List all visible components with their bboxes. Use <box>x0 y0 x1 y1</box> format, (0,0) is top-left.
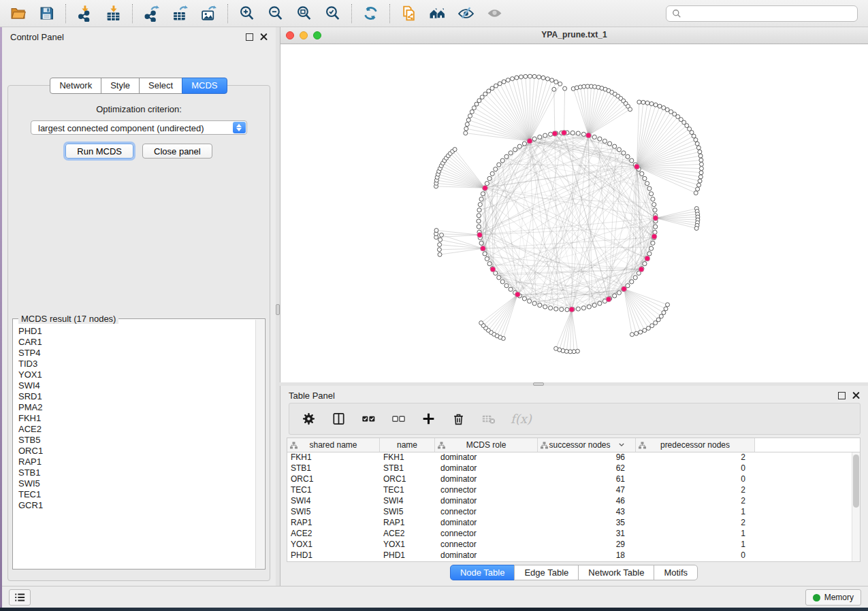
mcds-result-item: YOX1 <box>18 369 254 380</box>
cell-name: TEC1 <box>380 485 435 496</box>
close-panel-button[interactable]: Close panel <box>142 144 212 159</box>
network-canvas[interactable] <box>280 44 868 382</box>
column-header-shared-name[interactable]: shared name <box>287 438 380 452</box>
refresh-button[interactable] <box>358 3 383 24</box>
table-row[interactable]: YOX1YOX1connector291 <box>287 540 860 550</box>
column-header-predecessor-nodes[interactable]: predecessor nodes <box>636 438 755 452</box>
tab-select[interactable]: Select <box>139 78 182 94</box>
cell-name: RAP1 <box>380 518 435 529</box>
show-eye-button <box>482 3 507 24</box>
gear-button[interactable] <box>301 411 317 427</box>
tab-motifs[interactable]: Motifs <box>654 565 698 580</box>
hide-eye-icon <box>457 5 475 22</box>
maximize-window-icon[interactable] <box>313 31 321 39</box>
float-panel-icon[interactable] <box>246 33 253 41</box>
fx-icon: f(x) <box>511 412 532 426</box>
tab-node-table[interactable]: Node Table <box>450 565 515 580</box>
import-table-button[interactable] <box>101 3 125 24</box>
table-remove-button <box>481 411 496 427</box>
toolbar-separator <box>389 4 390 23</box>
open-file-button[interactable] <box>5 3 30 24</box>
unchecked-boxes-button[interactable] <box>391 411 406 427</box>
table-row[interactable]: RAP1RAP1dominator352 <box>287 518 860 529</box>
trash-button[interactable] <box>451 411 466 427</box>
table-row[interactable]: STB1STB1dominator620 <box>287 463 860 474</box>
zoom-selected-button[interactable] <box>320 3 344 24</box>
table-scrollbar-thumb[interactable] <box>853 455 859 508</box>
criterion-select[interactable]: largest connected component (undirected) <box>31 120 247 135</box>
minimize-window-icon[interactable] <box>300 31 308 39</box>
table-row[interactable]: SWI5SWI5connector431 <box>287 507 860 518</box>
search-box <box>666 5 858 22</box>
mcds-result-item: TEC1 <box>18 489 254 500</box>
close-window-icon[interactable] <box>286 31 294 39</box>
export-image-button[interactable] <box>196 3 221 24</box>
cell-name: YOX1 <box>380 540 435 550</box>
checked-boxes-button[interactable] <box>361 411 376 427</box>
hide-eye-button[interactable] <box>453 3 478 24</box>
desktop-wallpaper-bottom <box>0 608 868 611</box>
tab-edge-table[interactable]: Edge Table <box>514 565 579 580</box>
table-row[interactable]: ORC1ORC1dominator610 <box>287 474 860 485</box>
table-row[interactable]: ACE2ACE2connector311 <box>287 529 860 540</box>
column-type-icon <box>639 442 646 449</box>
zoom-in-button[interactable] <box>234 3 259 24</box>
run-mcds-button[interactable]: Run MCDS <box>65 144 133 159</box>
export-table-icon <box>172 5 189 22</box>
table-scrollbar[interactable] <box>852 452 860 561</box>
table-row[interactable]: SWI4SWI4dominator462 <box>287 496 860 507</box>
close-table-panel-icon[interactable] <box>852 392 860 399</box>
export-table-button[interactable] <box>167 3 192 24</box>
column-header-successor-nodes[interactable]: successor nodes <box>538 438 636 452</box>
float-table-panel-icon[interactable] <box>838 392 846 399</box>
cell-shared-name: SWI4 <box>287 496 380 507</box>
status-bar: Memory <box>2 586 868 608</box>
cell-successor-nodes: 29 <box>538 540 636 550</box>
tab-style[interactable]: Style <box>101 78 140 94</box>
column-type-icon <box>290 442 298 449</box>
tab-network-table[interactable]: Network Table <box>578 565 654 580</box>
cell-predecessor-nodes: 2 <box>636 485 755 496</box>
zoom-out-icon <box>267 5 284 22</box>
import-network-icon <box>76 5 93 22</box>
checked-boxes-icon <box>361 411 376 427</box>
cell-predecessor-nodes: 1 <box>636 540 755 550</box>
tab-network[interactable]: Network <box>50 78 101 94</box>
network-graph <box>280 44 868 382</box>
houses-button[interactable] <box>425 3 449 24</box>
toolbar-separator <box>65 4 66 23</box>
control-panel: Control Panel NetworkStyleSelectMCDS Opt… <box>2 27 276 587</box>
close-panel-icon[interactable] <box>260 33 268 41</box>
mcds-result-scrollbar[interactable] <box>255 320 264 568</box>
zoom-fit-icon <box>295 5 312 22</box>
zoom-fit-button[interactable] <box>291 3 316 24</box>
table-toolbar: f(x) <box>289 403 861 435</box>
plus-button[interactable] <box>421 411 436 427</box>
zoom-out-button[interactable] <box>263 3 287 24</box>
save-session-button[interactable] <box>34 3 59 24</box>
import-network-button[interactable] <box>72 3 97 24</box>
table-row[interactable]: FKH1FKH1dominator962 <box>287 452 860 463</box>
cell-MCDS-role: connector <box>435 540 538 550</box>
cell-shared-name: YOX1 <box>287 540 380 550</box>
task-history-button[interactable] <box>9 589 31 606</box>
table-row[interactable]: PHD1PHD1dominator180 <box>287 550 860 561</box>
cell-predecessor-nodes: 1 <box>636 507 755 518</box>
show-eye-icon <box>486 5 503 22</box>
split-columns-button[interactable] <box>331 411 347 427</box>
cell-successor-nodes: 46 <box>538 496 636 507</box>
table-body: FKH1FKH1dominator962STB1STB1dominator620… <box>287 452 860 561</box>
memory-button[interactable]: Memory <box>805 589 861 606</box>
duplicate-network-button[interactable] <box>396 3 421 24</box>
toolbar-separator <box>132 4 133 23</box>
search-input[interactable] <box>686 7 857 19</box>
toolbar-separator <box>227 4 228 23</box>
export-network-button[interactable] <box>139 3 163 24</box>
column-label: MCDS role <box>466 440 507 450</box>
mcds-result-item: STB5 <box>18 435 254 446</box>
cell-successor-nodes: 43 <box>538 507 636 518</box>
tab-mcds[interactable]: MCDS <box>182 78 227 94</box>
table-row[interactable]: TEC1TEC1connector472 <box>287 485 860 496</box>
column-header-name[interactable]: name <box>380 438 435 452</box>
column-header-MCDS-role[interactable]: MCDS role <box>435 438 538 452</box>
